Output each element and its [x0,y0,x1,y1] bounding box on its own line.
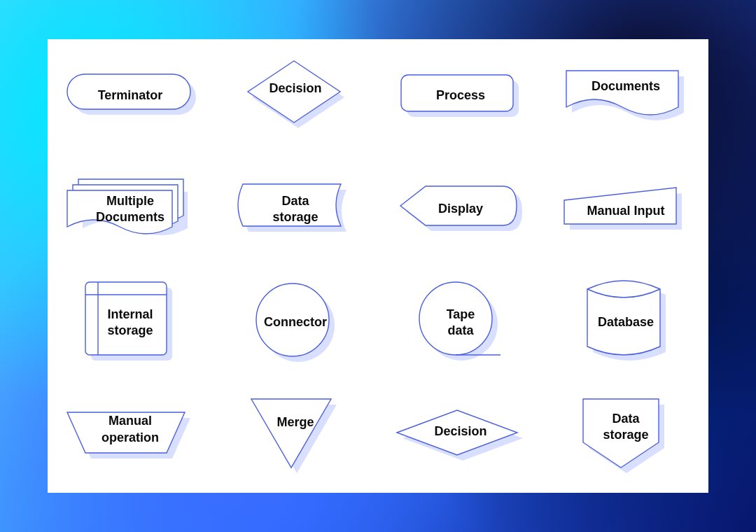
shape-display[interactable]: Display [378,153,543,266]
svg-point-13 [256,284,329,356]
shape-database[interactable]: Database [543,266,708,379]
svg-marker-7 [564,188,676,224]
svg-marker-18 [67,412,185,453]
shape-documents[interactable]: Documents [543,39,708,153]
shape-data-storage-arrow[interactable]: Data storage [543,379,708,493]
shape-decision-flat[interactable]: Decision [378,379,543,493]
canvas-card: Terminator Decision Pr [48,39,708,493]
shape-manual-operation[interactable]: Manual operation [48,379,213,493]
shape-decision[interactable]: Decision [213,39,378,153]
shape-terminator[interactable]: Terminator [48,39,213,153]
svg-marker-22 [397,410,517,455]
background: Terminator Decision Pr [0,0,756,532]
shape-merge[interactable]: Merge [213,379,378,493]
shape-multiple-documents[interactable]: Multiple Documents [48,153,213,266]
svg-marker-3 [248,61,340,122]
shape-tape-data[interactable]: Tape data [378,266,543,379]
svg-rect-1 [67,74,190,109]
svg-rect-5 [401,75,513,111]
shape-internal-storage[interactable]: Internal storage [48,266,213,379]
shapes-grid: Terminator Decision Pr [48,39,708,493]
shape-data-storage[interactable]: Data storage [213,153,378,266]
shape-process[interactable]: Process [378,39,543,153]
shape-manual-input[interactable]: Manual Input [543,153,708,266]
shape-connector[interactable]: Connector [213,266,378,379]
svg-point-15 [419,282,492,355]
